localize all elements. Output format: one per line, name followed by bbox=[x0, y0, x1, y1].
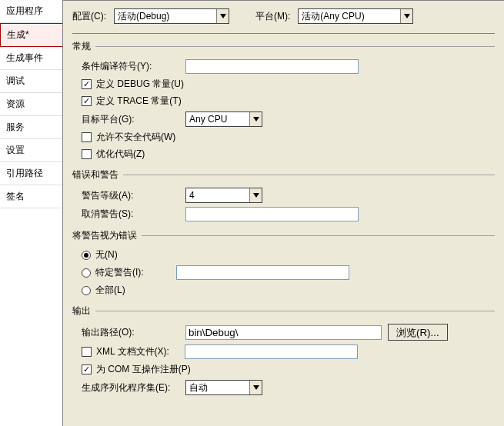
config-dropdown[interactable]: 活动(Debug) bbox=[114, 8, 229, 24]
suppress-warnings-label: 取消警告(S): bbox=[82, 208, 185, 221]
group-errors-title: 错误和警告 bbox=[72, 168, 123, 181]
serialization-value: 自动 bbox=[189, 381, 208, 394]
config-label: 配置(C): bbox=[72, 10, 106, 23]
target-platform-dropdown[interactable]: Any CPU bbox=[185, 111, 262, 127]
chevron-down-icon bbox=[249, 381, 262, 394]
chevron-down-icon bbox=[216, 9, 229, 23]
treat-specific-input[interactable] bbox=[176, 265, 349, 280]
sidebar-item-application[interactable]: 应用程序 bbox=[0, 0, 62, 23]
platform-dropdown[interactable]: 活动(Any CPU) bbox=[298, 8, 413, 24]
browse-button-label: 浏览(R)... bbox=[396, 327, 439, 338]
xml-doc-input[interactable] bbox=[185, 344, 358, 359]
group-output-title: 输出 bbox=[72, 305, 95, 318]
sidebar-item-label: 调试 bbox=[6, 75, 25, 86]
group-general-title: 常规 bbox=[72, 40, 95, 53]
browse-button[interactable]: 浏览(R)... bbox=[388, 324, 448, 341]
output-path-input[interactable] bbox=[185, 325, 382, 340]
treat-none-label: 无(N) bbox=[95, 248, 118, 261]
chevron-down-icon bbox=[249, 188, 262, 202]
xml-doc-label: XML 文档文件(X): bbox=[96, 345, 185, 358]
define-debug-checkbox[interactable] bbox=[82, 79, 92, 89]
target-platform-value: Any CPU bbox=[189, 114, 227, 125]
sidebar-item-label: 应用程序 bbox=[6, 5, 43, 16]
sidebar-item-build[interactable]: 生成* bbox=[0, 23, 62, 47]
sidebar-item-reference-paths[interactable]: 引用路径 bbox=[0, 162, 62, 185]
main-panel: 配置(C): 活动(Debug) 平台(M): 活动(Any CPU) 常规 条… bbox=[63, 0, 504, 426]
allow-unsafe-checkbox[interactable] bbox=[82, 132, 92, 142]
sidebar-item-label: 签名 bbox=[6, 191, 25, 201]
treat-none-radio[interactable] bbox=[82, 251, 91, 260]
config-value: 活动(Debug) bbox=[118, 10, 169, 23]
conditional-symbols-label: 条件编译符号(Y): bbox=[82, 60, 185, 73]
conditional-symbols-input[interactable] bbox=[185, 59, 359, 74]
treat-all-label: 全部(L) bbox=[95, 284, 125, 297]
sidebar-item-label: 设置 bbox=[6, 145, 25, 155]
warning-level-value: 4 bbox=[189, 190, 195, 201]
com-interop-label: 为 COM 互操作注册(P) bbox=[96, 363, 191, 376]
chevron-down-icon bbox=[249, 112, 262, 126]
define-trace-checkbox[interactable] bbox=[82, 96, 92, 106]
sidebar-item-debug[interactable]: 调试 bbox=[0, 70, 62, 93]
sidebar-item-build-events[interactable]: 生成事件 bbox=[0, 47, 62, 70]
treat-specific-label: 特定警告(I): bbox=[95, 266, 176, 279]
divider bbox=[123, 175, 495, 175]
sidebar-item-services[interactable]: 服务 bbox=[0, 116, 62, 139]
xml-doc-checkbox[interactable] bbox=[82, 347, 92, 357]
sidebar-item-label: 资源 bbox=[6, 98, 25, 109]
optimize-label: 优化代码(Z) bbox=[96, 148, 145, 161]
chevron-down-icon bbox=[400, 9, 412, 23]
divider bbox=[142, 235, 495, 236]
suppress-warnings-input[interactable] bbox=[185, 207, 359, 221]
divider bbox=[95, 311, 495, 311]
com-interop-checkbox[interactable] bbox=[82, 364, 92, 374]
output-path-label: 输出路径(O): bbox=[82, 326, 185, 339]
allow-unsafe-label: 允许不安全代码(W) bbox=[96, 131, 175, 144]
group-treat-title: 将警告视为错误 bbox=[72, 229, 142, 242]
divider bbox=[95, 46, 495, 47]
define-debug-label: 定义 DEBUG 常量(U) bbox=[96, 78, 184, 91]
platform-value: 活动(Any CPU) bbox=[302, 10, 364, 23]
sidebar-item-settings[interactable]: 设置 bbox=[0, 139, 62, 162]
sidebar-item-signing[interactable]: 签名 bbox=[0, 185, 62, 208]
define-trace-label: 定义 TRACE 常量(T) bbox=[96, 95, 182, 108]
target-platform-label: 目标平台(G): bbox=[82, 113, 185, 126]
warning-level-label: 警告等级(A): bbox=[82, 189, 185, 202]
sidebar-item-label: 引用路径 bbox=[6, 168, 43, 178]
treat-all-radio[interactable] bbox=[82, 286, 91, 295]
treat-specific-radio[interactable] bbox=[82, 268, 91, 278]
sidebar-item-resources[interactable]: 资源 bbox=[0, 93, 62, 116]
sidebar: 应用程序 生成* 生成事件 调试 资源 服务 设置 引用路径 签名 bbox=[0, 0, 63, 426]
optimize-checkbox[interactable] bbox=[82, 149, 92, 159]
platform-label: 平台(M): bbox=[255, 10, 290, 23]
sidebar-item-label: 服务 bbox=[6, 121, 25, 132]
serialization-label: 生成序列化程序集(E): bbox=[82, 381, 185, 394]
serialization-dropdown[interactable]: 自动 bbox=[185, 380, 262, 395]
sidebar-item-label: 生成事件 bbox=[6, 52, 43, 63]
sidebar-item-label: 生成* bbox=[7, 29, 29, 40]
warning-level-dropdown[interactable]: 4 bbox=[185, 188, 262, 203]
